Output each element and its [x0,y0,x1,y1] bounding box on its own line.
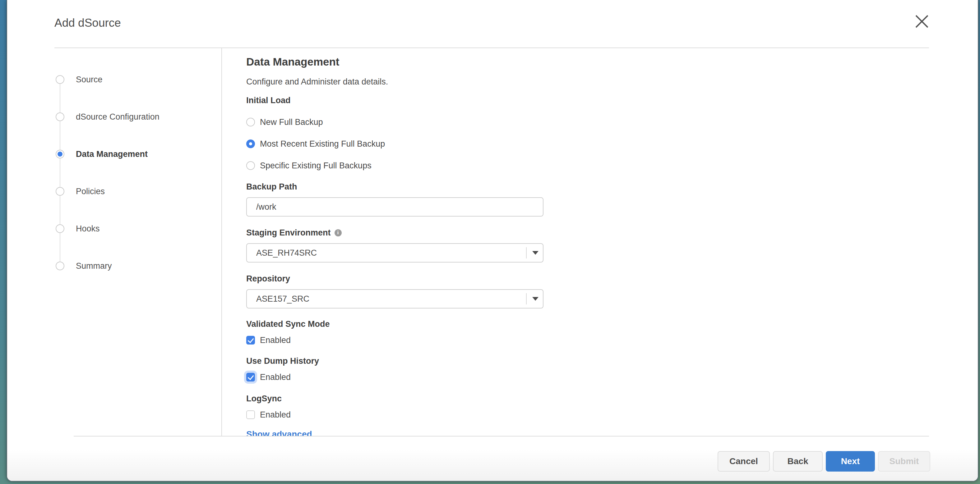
radio-label: Most Recent Existing Full Backup [260,139,385,149]
use-dump-history-checkbox[interactable]: Enabled [246,372,978,382]
radio-new-full-backup[interactable]: New Full Backup [246,116,978,128]
validated-sync-mode-checkbox[interactable]: Enabled [246,335,978,346]
wizard-step-label: Summary [76,261,112,271]
step-circle-icon [56,113,64,121]
radio-unselected-icon [246,161,255,170]
radio-label: New Full Backup [260,117,323,127]
modal-header: Add dSource [7,0,978,48]
wizard-step-nav: Source dSource Configuration Data Manage… [7,48,222,436]
logsync-label: LogSync [246,394,978,403]
backup-path-input[interactable] [246,197,544,217]
modal-title: Add dSource [54,16,121,30]
checkbox-label: Enabled [260,335,291,345]
repository-dropdown[interactable]: ASE157_SRC [246,289,544,308]
step-circle-icon [56,187,64,196]
radio-selected-icon [246,140,255,148]
next-button[interactable]: Next [826,451,875,471]
staging-environment-label-text: Staging Environment [246,228,331,238]
radio-label: Specific Existing Full Backups [260,161,372,171]
radio-most-recent-existing-full-backup[interactable]: Most Recent Existing Full Backup [246,138,978,149]
repository-value: ASE157_SRC [256,294,309,304]
chevron-down-icon [532,251,538,255]
wizard-step-label: Source [76,75,103,84]
backup-path-label: Backup Path [246,182,978,192]
wizard-step-label: Hooks [76,224,100,233]
wizard-step-label: dSource Configuration [76,112,159,122]
header-divider [54,48,929,48]
wizard-step-label: Data Management [76,149,148,159]
logsync-checkbox[interactable]: Enabled [246,409,978,420]
dropdown-divider [526,293,527,305]
step-circle-icon [56,224,64,233]
radio-unselected-icon [246,118,255,127]
checkbox-unchecked-icon [246,410,255,419]
step-circle-active-icon [56,150,64,159]
initial-load-radio-group: New Full Backup Most Recent Existing Ful… [246,116,978,171]
footer-divider [74,436,929,436]
page-subtitle: Configure and Administer data details. [246,77,978,87]
checkbox-checked-icon [246,373,255,381]
radio-specific-existing-full-backups[interactable]: Specific Existing Full Backups [246,160,978,171]
initial-load-label: Initial Load [246,95,978,105]
checkbox-label: Enabled [260,373,291,382]
staging-environment-dropdown[interactable]: ASE_RH74SRC [246,243,544,262]
step-circle-icon [56,262,64,270]
checkbox-checked-icon [246,336,255,344]
modal-footer: Cancel Back Next Submit [7,436,978,481]
back-button[interactable]: Back [773,451,822,471]
show-advanced-link[interactable]: Show advanced [246,429,312,436]
page-title: Data Management [246,55,978,68]
staging-environment-value: ASE_RH74SRC [256,248,317,258]
chevron-down-icon [532,297,538,301]
staging-environment-label: Staging Environment i [246,228,978,238]
wizard-step-policies[interactable]: Policies [7,173,221,210]
submit-button[interactable]: Submit [878,451,930,471]
info-icon[interactable]: i [334,229,342,236]
wizard-step-dsource-configuration[interactable]: dSource Configuration [7,98,221,135]
footer-buttons: Cancel Back Next Submit [718,451,930,471]
use-dump-history-label: Use Dump History [246,356,978,366]
dropdown-divider [526,247,527,259]
wizard-step-label: Policies [76,186,105,196]
step-circle-icon [56,75,64,84]
close-icon [915,14,929,30]
cancel-button[interactable]: Cancel [718,451,770,471]
wizard-step-summary[interactable]: Summary [7,247,221,284]
wizard-step-data-management[interactable]: Data Management [7,135,221,173]
add-dsource-modal: Add dSource Source dSource Configuration [6,0,978,481]
wizard-step-source[interactable]: Source [7,61,221,98]
data-management-form: Data Management Configure and Administer… [222,48,978,436]
close-button[interactable] [913,13,931,31]
wizard-step-hooks[interactable]: Hooks [7,210,221,247]
checkbox-label: Enabled [260,410,291,420]
validated-sync-mode-label: Validated Sync Mode [246,319,978,329]
repository-label: Repository [246,274,978,284]
